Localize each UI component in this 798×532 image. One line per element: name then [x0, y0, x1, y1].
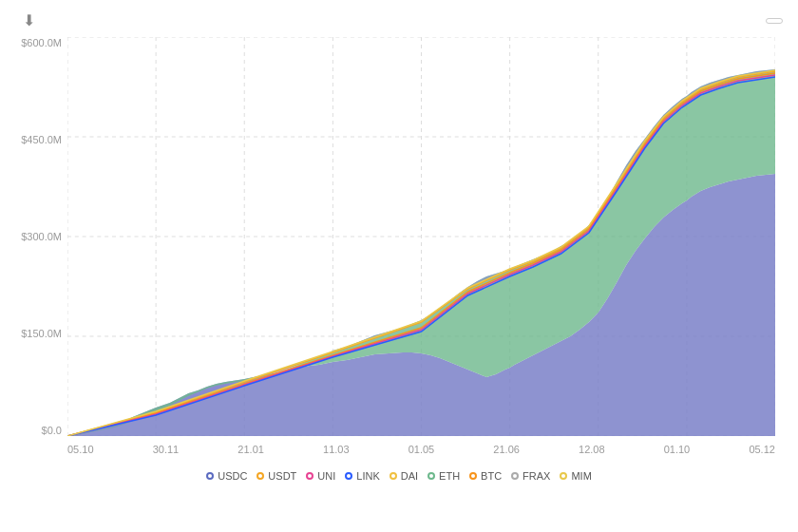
x-axis-label: 05.10 — [67, 444, 94, 455]
legend-dot — [345, 472, 352, 480]
percent-toggle-button[interactable] — [766, 18, 783, 24]
legend-item: FRAX — [511, 470, 550, 482]
chart-header: ⬇ — [15, 11, 783, 29]
legend-label: USDC — [218, 470, 247, 482]
x-axis: 05.1030.1121.0111.0301.0521.0612.0801.10… — [67, 440, 775, 465]
legend-label: ETH — [439, 470, 460, 482]
x-axis-label: 12.08 — [579, 444, 605, 455]
x-axis-label: 01.10 — [664, 444, 691, 455]
pool-composition-widget: ⬇ $600.0M$450.0M$300.0M$150.0M$0.0 — [0, 0, 798, 532]
x-axis-label: 11.03 — [323, 444, 350, 455]
legend-label: LINK — [356, 470, 379, 482]
area-chart-svg — [67, 37, 775, 436]
legend-label: BTC — [481, 470, 502, 482]
y-axis-label: $300.0M — [21, 231, 62, 242]
legend-label: DAI — [401, 470, 418, 482]
legend-item: UNI — [306, 470, 335, 482]
x-axis-label: 21.06 — [493, 444, 520, 455]
chart-inner — [67, 37, 775, 436]
legend-item: BTC — [469, 470, 502, 482]
legend-dot — [390, 472, 397, 480]
legend-item: USDT — [256, 470, 296, 482]
legend-item: MIM — [560, 470, 591, 482]
legend-label: MIM — [571, 470, 591, 482]
chart-legend: USDCUSDTUNILINKDAIETHBTCFRAXMIM — [15, 465, 783, 482]
legend-item: ETH — [428, 470, 460, 482]
legend-dot — [560, 472, 567, 480]
legend-dot — [206, 472, 214, 480]
download-icon[interactable]: ⬇ — [23, 11, 35, 29]
y-axis-label: $450.0M — [21, 134, 62, 145]
legend-dot — [256, 472, 264, 480]
x-axis-label: 01.05 — [408, 444, 435, 455]
legend-dot — [511, 472, 519, 480]
legend-dot — [428, 472, 435, 480]
legend-label: USDT — [268, 470, 296, 482]
legend-label: FRAX — [522, 470, 550, 482]
y-axis: $600.0M$450.0M$300.0M$150.0M$0.0 — [15, 37, 67, 436]
legend-label: UNI — [317, 470, 335, 482]
x-axis-label: 05.12 — [749, 444, 775, 455]
legend-dot — [306, 472, 314, 480]
chart-area: $600.0M$450.0M$300.0M$150.0M$0.0 — [15, 37, 783, 465]
legend-item: LINK — [345, 470, 379, 482]
x-axis-label: 30.11 — [153, 444, 180, 455]
y-axis-label: $600.0M — [21, 37, 62, 48]
x-axis-label: 21.01 — [238, 444, 264, 455]
y-axis-label: $150.0M — [21, 328, 62, 339]
y-axis-label: $0.0 — [42, 425, 62, 436]
title-area: ⬇ — [15, 11, 35, 29]
legend-item: DAI — [390, 470, 418, 482]
legend-item: USDC — [206, 470, 247, 482]
legend-dot — [469, 472, 477, 480]
